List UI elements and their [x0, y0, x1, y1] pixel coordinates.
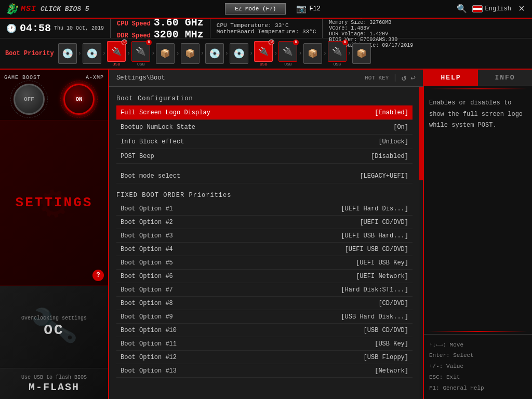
- boot-option-row-9[interactable]: Boot Option #9[USB Hard Disk...]: [116, 310, 413, 324]
- settings-label: SETTINGS: [16, 195, 93, 210]
- boot-option-value-12: [USB Floppy]: [364, 354, 408, 361]
- settings-row-4[interactable]: POST Beep [Disabled]: [116, 149, 413, 164]
- ez-mode-button[interactable]: EZ Mode (F7): [225, 3, 286, 15]
- system-info-section: MB: B450 TOMAHAWK MAX (MS-7C02) CPU: AMD…: [323, 19, 457, 38]
- help-info-tabs: HELP INFO: [424, 70, 532, 86]
- boot-device-7[interactable]: 💿: [205, 43, 224, 64]
- cpu-speed-label: CPU Speed: [117, 20, 151, 28]
- boot-option-label-11: Boot Option #11: [121, 340, 177, 348]
- close-button[interactable]: ×: [516, 3, 527, 15]
- boot-device-13[interactable]: 📦: [352, 43, 371, 64]
- boot-device-1[interactable]: 💿: [58, 43, 77, 64]
- row3-value: [Unlock]: [378, 138, 408, 145]
- hotkeys-footer: ↑↓←→: MoveEnter: Select+/-: ValueESC: Ex…: [424, 334, 532, 399]
- help-content-area: Enables or disables to show the full scr…: [424, 91, 532, 329]
- mflash-section[interactable]: Use USB to flash BIOS M-FLASH: [0, 368, 108, 399]
- cpu-temp: CPU Temperature: 33°C: [217, 22, 316, 29]
- boot-device-4[interactable]: 🔌 U USB: [131, 41, 150, 66]
- center-content: Settings\Boot HOT KEY | ↺ ↩ Boot Configu…: [109, 70, 423, 399]
- reset-icon[interactable]: ↺: [402, 73, 407, 83]
- boot-device-8[interactable]: 💿: [230, 43, 248, 64]
- boot-option-value-5: [UEFI USB Key]: [356, 259, 408, 267]
- left-sidebar: GAME BOOST A-XMP OFF ON: [0, 70, 109, 399]
- boot-option-row-6[interactable]: Boot Option #6[UEFI Network]: [116, 270, 413, 283]
- boot-option-label-13: Boot Option #13: [121, 367, 177, 375]
- boot-device-5[interactable]: 📦: [156, 43, 175, 64]
- settings-section[interactable]: ⚙ SETTINGS ?: [0, 121, 108, 285]
- search-icon[interactable]: 🔍: [457, 4, 467, 14]
- boot-option-label-6: Boot Option #6: [121, 273, 173, 280]
- help-tab[interactable]: HELP: [424, 70, 478, 86]
- boot-option-row-10[interactable]: Boot Option #10[USB CD/DVD]: [116, 324, 413, 337]
- flag-icon: [472, 5, 483, 12]
- fixed-boot-title: FIXED BOOT ORDER Priorities: [116, 192, 413, 199]
- settings-panel: Boot Configuration Full Screen Logo Disp…: [109, 87, 423, 399]
- boot-option-value-7: [Hard Disk:ST1...]: [341, 286, 408, 294]
- back-icon[interactable]: ↩: [410, 73, 416, 83]
- boot-option-value-9: [USB Hard Disk...]: [341, 313, 408, 321]
- msi-brand: MSI: [21, 5, 36, 14]
- settings-row-2[interactable]: Bootup NumLock State [On]: [116, 120, 413, 135]
- game-boost-label: GAME BOOST: [4, 75, 41, 81]
- boot-option-row-2[interactable]: Boot Option #2[UEFI CD/DVD]: [116, 216, 413, 229]
- row2-label: Bootup NumLock State: [121, 124, 195, 131]
- oc-section[interactable]: 🔧 Overclocking settings OC: [0, 285, 108, 368]
- settings-row-1[interactable]: Full Screen Logo Display [Enabled]: [116, 105, 413, 120]
- row3-label: Info Block effect: [121, 138, 184, 145]
- boot-option-row-5[interactable]: Boot Option #5[UEFI USB Key]: [116, 256, 413, 270]
- boot-device-2[interactable]: 💿: [83, 43, 101, 64]
- settings-row-3[interactable]: Info Block effect [Unlock]: [116, 135, 413, 149]
- boot-option-label-4: Boot Option #4: [121, 246, 173, 253]
- boot-mode-value: [LEGACY+UEFI]: [360, 172, 408, 180]
- boot-option-row-12[interactable]: Boot Option #12[USB Floppy]: [116, 351, 413, 364]
- boot-priority-label: Boot Priority: [5, 50, 54, 57]
- hotkey-item: ESC: Exit: [429, 372, 527, 383]
- boot-device-9[interactable]: 🔌 U USB: [254, 41, 273, 66]
- boot-option-row-3[interactable]: Boot Option #3[UEFI USB Hard...]: [116, 229, 413, 243]
- boot-device-12[interactable]: 🔌 U USB: [328, 41, 347, 66]
- boot-option-label-10: Boot Option #10: [121, 327, 177, 334]
- hotkey-item: F1: General Help: [429, 383, 527, 394]
- temp-section: CPU Temperature: 33°C MotherBoard Temper…: [210, 19, 323, 38]
- help-text: Enables or disables to show the full scr…: [429, 99, 523, 129]
- msi-dragon-icon: 🐉: [5, 3, 19, 16]
- boot-option-value-2: [UEFI CD/DVD]: [360, 219, 408, 226]
- boot-options-list: Boot Option #1[UEFI Hard Dis...]Boot Opt…: [116, 202, 413, 378]
- game-boost-knob[interactable]: OFF: [14, 84, 45, 115]
- mflash-label: M-FLASH: [29, 381, 79, 393]
- boot-option-label-5: Boot Option #5: [121, 259, 173, 267]
- boot-device-3[interactable]: 🔌 U USB: [107, 41, 126, 66]
- group1-title: Boot Configuration: [116, 95, 413, 102]
- boot-priority-bar: Boot Priority 💿 › 💿 › 🔌 U USB › 🔌 U USB …: [0, 38, 532, 70]
- boot-device-11[interactable]: 📦: [303, 43, 322, 64]
- row2-value: [On]: [393, 124, 408, 131]
- breadcrumb: Settings\Boot: [116, 74, 165, 82]
- ddr-speed-value: 3200 MHz: [154, 29, 204, 41]
- boot-option-row-1[interactable]: Boot Option #1[UEFI Hard Dis...]: [116, 202, 413, 216]
- breadcrumb-bar: Settings\Boot HOT KEY | ↺ ↩: [109, 70, 423, 87]
- boot-option-row-11[interactable]: Boot Option #11[USB Key]: [116, 337, 413, 351]
- main-content: GAME BOOST A-XMP OFF ON: [0, 70, 532, 399]
- boot-device-10[interactable]: 🔌 U USB: [278, 41, 297, 66]
- boot-option-value-3: [UEFI USB Hard...]: [341, 232, 408, 240]
- f12-button[interactable]: 📷 F12: [296, 4, 321, 14]
- row4-value: [Disabled]: [371, 153, 408, 160]
- boot-option-row-13[interactable]: Boot Option #13[Network]: [116, 364, 413, 378]
- boot-mode-row[interactable]: Boot mode select [LEGACY+UEFI]: [116, 169, 413, 183]
- cpu-speed-section: CPU Speed 3.60 GHz DDR Speed 3200 MHz: [111, 19, 210, 38]
- boot-device-6[interactable]: 📦: [181, 43, 200, 64]
- row4-label: POST Beep: [121, 153, 154, 160]
- oc-subtitle: Overclocking settings: [21, 315, 87, 321]
- axmp-knob[interactable]: ON: [63, 84, 95, 115]
- help-icon-button[interactable]: ?: [92, 270, 104, 281]
- boot-option-row-4[interactable]: Boot Option #4[UEFI USB CD/DVD]: [116, 243, 413, 256]
- boot-option-value-8: [CD/DVD]: [378, 300, 408, 307]
- boot-option-value-4: [UEFI USB CD/DVD]: [345, 246, 408, 253]
- info-tab[interactable]: INFO: [478, 70, 532, 86]
- boot-option-label-7: Boot Option #7: [121, 286, 173, 294]
- row1-value: [Enabled]: [375, 109, 408, 116]
- boot-option-row-8[interactable]: Boot Option #8[CD/DVD]: [116, 297, 413, 310]
- language-button[interactable]: English: [472, 5, 511, 12]
- hotkey-item: Enter: Select: [429, 350, 527, 361]
- boot-option-row-7[interactable]: Boot Option #7[Hard Disk:ST1...]: [116, 283, 413, 297]
